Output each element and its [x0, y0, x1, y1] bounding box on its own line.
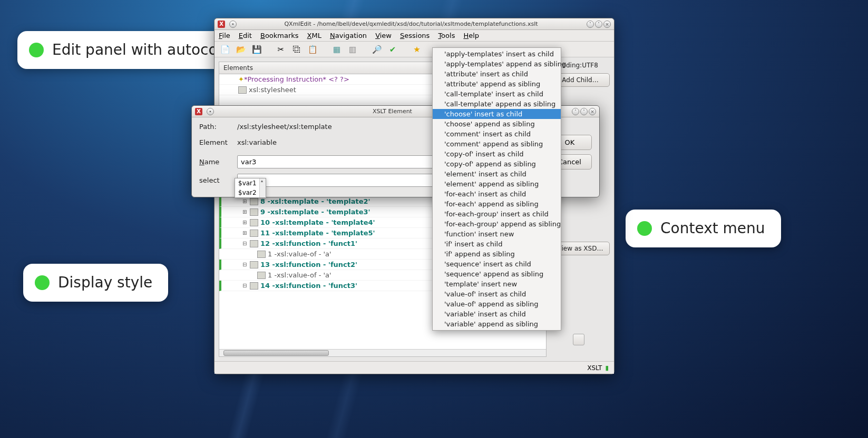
close-icon[interactable]: ×: [589, 108, 596, 115]
context-menu-item[interactable]: 'function' insert new: [433, 229, 561, 239]
callout-display-style: Display style: [23, 264, 168, 302]
context-menu-item[interactable]: 'attribute' insert as child: [433, 69, 561, 79]
minimize-icon[interactable]: ˅: [587, 21, 594, 28]
app-icon: X: [195, 108, 202, 115]
autocomplete-popup[interactable]: $var1 $var2: [235, 178, 266, 198]
expand-icon[interactable]: ⊟: [242, 241, 250, 246]
node-icon: [250, 282, 258, 290]
find-icon[interactable]: 🔎: [370, 43, 383, 56]
menu-tools[interactable]: Tools: [438, 32, 455, 39]
context-menu-item[interactable]: 'if' append as sibling: [433, 249, 561, 259]
context-menu-item[interactable]: 'call-template' insert as child: [433, 89, 561, 99]
check-icon[interactable]: ✔: [386, 43, 399, 56]
context-menu-item[interactable]: 'apply-templates' insert as child: [433, 49, 561, 59]
context-menu-item[interactable]: 'comment' append as sibling: [433, 139, 561, 149]
app-icon: X: [218, 21, 225, 28]
titlebar: X • QXmlEdit - /home/lbell/devel/qxmledi…: [214, 18, 614, 30]
callout-context-menu: Context menu: [626, 210, 781, 247]
element-label: Element: [199, 138, 231, 146]
context-menu-item[interactable]: 'for-each-group' append as sibling: [433, 219, 561, 229]
cancel-label: Cancel: [558, 158, 581, 166]
menu-icon[interactable]: •: [207, 108, 214, 115]
context-menu-item[interactable]: 'for-each' insert as child: [433, 189, 561, 199]
select-label: select: [199, 176, 231, 184]
menu-view[interactable]: View: [375, 32, 392, 39]
callout-text: Context menu: [660, 219, 765, 238]
ok-label: OK: [565, 138, 575, 146]
menubar: File Edit Bookmarks XML Navigation View …: [214, 30, 614, 42]
status-mode: XSLT: [587, 364, 602, 372]
name-label: Name: [199, 158, 231, 166]
menu-xml[interactable]: XML: [307, 32, 321, 39]
node-icon: [257, 251, 266, 258]
menu-navigation[interactable]: Navigation: [330, 32, 367, 39]
context-menu-item[interactable]: 'call-template' append as sibling: [433, 99, 561, 109]
star-icon[interactable]: ★: [411, 43, 423, 56]
context-menu-item[interactable]: 'choose' append as sibling: [433, 119, 561, 129]
context-menu-item[interactable]: 'choose' insert as child: [433, 109, 561, 119]
context-menu-item[interactable]: 'value-of' insert as child: [433, 289, 561, 299]
corner-button[interactable]: [573, 334, 584, 345]
minimize-icon[interactable]: ˅: [572, 108, 579, 115]
context-menu-item[interactable]: 'element' insert as child: [433, 169, 561, 179]
menu-help[interactable]: Help: [463, 32, 479, 39]
node-icon: [250, 208, 258, 216]
callout-dot-icon: [35, 275, 50, 290]
menu-edit[interactable]: Edit: [239, 32, 252, 39]
add-child-label: Add Child…: [562, 76, 598, 84]
tool-icon-2[interactable]: ▥: [346, 43, 359, 56]
horizontal-scrollbar[interactable]: [219, 349, 546, 356]
node-icon: [238, 86, 247, 94]
context-menu-item[interactable]: 'if' insert as child: [433, 239, 561, 249]
context-menu-item[interactable]: 'copy-of' insert as child: [433, 149, 561, 159]
context-menu-item[interactable]: 'attribute' append as sibling: [433, 79, 561, 89]
status-icon: ▮: [605, 364, 609, 372]
expand-icon[interactable]: ⊞: [242, 209, 250, 215]
window-title: QXmlEdit - /home/lbell/devel/qxmledit/xs…: [237, 21, 586, 27]
view-xsd-label: View as XSD…: [558, 245, 603, 252]
copy-icon[interactable]: ⿻: [290, 43, 303, 56]
menu-file[interactable]: File: [219, 32, 230, 39]
context-menu-item[interactable]: 'sequence' append as sibling: [433, 269, 561, 279]
expand-icon[interactable]: ⊞: [242, 220, 250, 225]
autocomplete-scrollbar[interactable]: [259, 178, 266, 197]
maximize-icon[interactable]: ˄: [595, 21, 602, 28]
save-icon[interactable]: 💾: [250, 43, 263, 56]
node-icon: [250, 230, 258, 237]
paste-icon[interactable]: 📋: [306, 43, 319, 56]
context-menu-item[interactable]: 'for-each-group' insert as child: [433, 209, 561, 219]
menu-sessions[interactable]: Sessions: [400, 32, 430, 39]
context-menu-item[interactable]: 'variable' insert as child: [433, 309, 561, 319]
maximize-icon[interactable]: ˄: [580, 108, 588, 115]
statusbar: XSLT ▮: [214, 361, 614, 374]
context-menu-item[interactable]: 'variable' append as sibling: [433, 319, 561, 329]
close-icon[interactable]: ×: [603, 21, 611, 28]
node-icon: [250, 261, 258, 268]
node-icon: [250, 219, 258, 226]
node-icon: [257, 272, 266, 279]
callout-dot-icon: [29, 43, 44, 57]
expand-icon[interactable]: ⊞: [242, 230, 250, 236]
expand-icon[interactable]: ⊞: [242, 198, 250, 204]
context-menu-item[interactable]: 'for-each' append as sibling: [433, 199, 561, 209]
context-menu-item[interactable]: 'comment' insert as child: [433, 129, 561, 139]
callout-text: Display style: [58, 273, 152, 292]
new-icon[interactable]: 📄: [219, 43, 231, 56]
expand-icon[interactable]: ⊟: [242, 283, 250, 288]
expand-icon[interactable]: ⊟: [242, 262, 250, 267]
menu-icon[interactable]: •: [229, 21, 237, 28]
node-icon: [250, 240, 258, 247]
cut-icon[interactable]: ✂: [275, 43, 287, 56]
context-menu: 'apply-templates' insert as child'apply-…: [432, 47, 561, 331]
tool-icon-1[interactable]: ▦: [330, 43, 343, 56]
context-menu-item[interactable]: 'apply-templates' append as sibling: [433, 59, 561, 69]
menu-bookmarks[interactable]: Bookmarks: [260, 32, 299, 39]
context-menu-item[interactable]: 'value-of' append as sibling: [433, 299, 561, 309]
context-menu-item[interactable]: 'sequence' insert as child: [433, 259, 561, 269]
open-icon[interactable]: 📂: [235, 43, 247, 56]
callout-dot-icon: [637, 221, 652, 236]
context-menu-item[interactable]: 'template' insert new: [433, 279, 561, 289]
context-menu-item[interactable]: 'element' append as sibling: [433, 179, 561, 189]
path-label: Path:: [199, 123, 231, 131]
context-menu-item[interactable]: 'copy-of' append as sibling: [433, 159, 561, 169]
